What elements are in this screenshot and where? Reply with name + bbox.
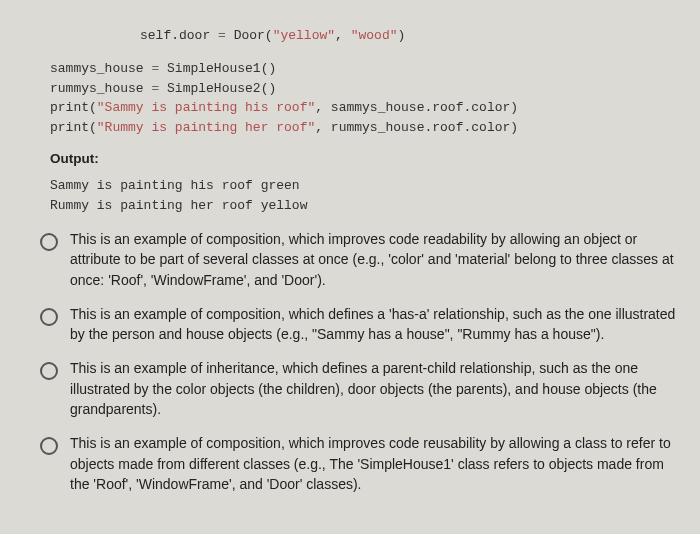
code-string: "wood" xyxy=(351,28,398,43)
radio-icon[interactable] xyxy=(40,362,58,380)
code-call: Door( xyxy=(226,28,273,43)
radio-icon[interactable] xyxy=(40,308,58,326)
code-string: "yellow" xyxy=(273,28,335,43)
code-text: rummys_house xyxy=(50,81,151,96)
option-text: This is an example of inheritance, which… xyxy=(70,358,680,419)
output-line: Sammy is painting his roof green xyxy=(50,176,680,196)
option-item[interactable]: This is an example of inheritance, which… xyxy=(40,358,680,419)
code-call: SimpleHouse1() xyxy=(159,61,276,76)
code-line: print("Sammy is painting his roof", samm… xyxy=(50,98,680,118)
option-item[interactable]: This is an example of composition, which… xyxy=(40,433,680,494)
output-line: Rummy is painting her roof yellow xyxy=(50,196,680,216)
code-snippet-line: self.door = Door("yellow", "wood") xyxy=(20,6,680,45)
code-call: print( xyxy=(50,120,97,135)
radio-icon[interactable] xyxy=(40,437,58,455)
code-line: print("Rummy is painting her roof", rumm… xyxy=(50,118,680,138)
code-call: print( xyxy=(50,100,97,115)
code-call: SimpleHouse2() xyxy=(159,81,276,96)
code-string: "Sammy is painting his roof" xyxy=(97,100,315,115)
code-text: , sammys_house.roof.color) xyxy=(315,100,518,115)
code-text: , rummys_house.roof.color) xyxy=(315,120,518,135)
radio-icon[interactable] xyxy=(40,233,58,251)
code-line: sammys_house = SimpleHouse1() xyxy=(50,59,680,79)
code-comma: , xyxy=(335,28,351,43)
option-text: This is an example of composition, which… xyxy=(70,229,680,290)
output-block: Sammy is painting his roof green Rummy i… xyxy=(20,176,680,215)
code-block: sammys_house = SimpleHouse1() rummys_hou… xyxy=(20,59,680,137)
output-label: Output: xyxy=(20,151,680,166)
option-item[interactable]: This is an example of composition, which… xyxy=(40,229,680,290)
option-text: This is an example of composition, which… xyxy=(70,304,680,345)
code-line: rummys_house = SimpleHouse2() xyxy=(50,79,680,99)
code-string: "Rummy is painting her roof" xyxy=(97,120,315,135)
code-close: ) xyxy=(397,28,405,43)
options-group: This is an example of composition, which… xyxy=(20,229,680,494)
code-op: = xyxy=(218,28,226,43)
option-text: This is an example of composition, which… xyxy=(70,433,680,494)
option-item[interactable]: This is an example of composition, which… xyxy=(40,304,680,345)
code-text: sammys_house xyxy=(50,61,151,76)
code-text: self.door xyxy=(140,28,218,43)
